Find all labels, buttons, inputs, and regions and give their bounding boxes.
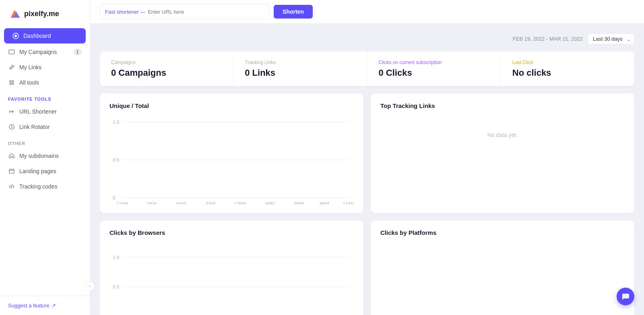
svg-text:0.5: 0.5 [113, 158, 119, 162]
external-link-icon: ↗ [52, 303, 56, 309]
svg-rect-4 [9, 50, 14, 54]
main-content: Fast shortener — Shorten FEB 19, 2022 - … [90, 0, 644, 315]
dashboard-icon [12, 32, 19, 39]
stat-last-click: Last Click No clicks [501, 52, 634, 86]
svg-text:3PM: 3PM [265, 201, 275, 204]
svg-text:9PM: 9PM [320, 201, 329, 204]
sidebar: pixelfy.me Dashboard My Campaigns 1 My L… [0, 0, 90, 315]
links-stat-label: Tracking Links [245, 60, 355, 65]
svg-text:0: 0 [113, 195, 115, 200]
suggest-feature-link[interactable]: Suggest a feature ↗ [8, 303, 82, 309]
date-filter-row: FEB 19, 2022 - MAR 21, 2022 Last 30 days [100, 33, 634, 44]
svg-text:1.0: 1.0 [113, 255, 119, 260]
campaigns-stat-value: 0 Campaigns [111, 68, 222, 78]
nav-favorite-tools: URL Shortener Link Rotator [0, 104, 90, 135]
links-icon [8, 64, 15, 71]
browsers-chart-card: Clicks by Browsers 1.0 0.5 [100, 220, 363, 315]
landing-pages-icon [8, 168, 15, 175]
chat-icon [621, 292, 630, 301]
nav-my-links[interactable]: My Links [0, 60, 90, 75]
unique-total-chart-area: 1.0 0.5 0 12AM 3AM 6AM 9AM 12PM 3PM [109, 116, 354, 204]
svg-text:12AM: 12AM [343, 201, 354, 204]
favorite-tools-label: FAVORITE TOOLS [0, 90, 90, 104]
nav-url-shortener[interactable]: URL Shortener [0, 104, 90, 119]
svg-text:9AM: 9AM [206, 201, 215, 204]
svg-point-7 [10, 83, 11, 85]
link-rotator-icon [8, 123, 15, 131]
stat-links: Tracking Links 0 Links [233, 52, 367, 86]
campaigns-stat-label: Campaigns [111, 60, 222, 65]
browsers-chart-area: 1.0 0.5 [109, 242, 354, 315]
svg-point-6 [12, 81, 14, 82]
campaigns-badge: 1 [73, 49, 82, 55]
nav-my-campaigns[interactable]: My Campaigns 1 [0, 44, 90, 60]
svg-text:6PM: 6PM [294, 201, 304, 204]
url-shortener-icon [8, 108, 15, 115]
shorten-button[interactable]: Shorten [274, 5, 313, 19]
svg-text:3AM: 3AM [147, 201, 157, 204]
top-links-no-data: No data yet. [380, 116, 625, 154]
nav-dashboard[interactable]: Dashboard [4, 28, 86, 44]
nav-tracking-codes[interactable]: Tracking codes [0, 179, 90, 194]
charts-row-2: Clicks by Browsers 1.0 0.5 Clicks by Pla… [100, 220, 634, 315]
svg-text:1.0: 1.0 [113, 120, 119, 124]
url-input[interactable] [148, 9, 264, 15]
platforms-chart-card: Clicks by Platforms [371, 220, 634, 315]
nav-all-tools[interactable]: All tools [0, 75, 90, 90]
tracking-codes-icon [8, 183, 15, 190]
subdomains-icon [8, 152, 15, 160]
svg-point-8 [12, 83, 14, 85]
last-click-stat-value: No clicks [512, 68, 623, 78]
nav-my-subdomains[interactable]: My subdomains [0, 148, 90, 164]
stat-campaigns: Campaigns 0 Campaigns [100, 52, 233, 86]
logo-icon [8, 7, 21, 20]
top-tracking-links-card: Top Tracking Links No data yet. [371, 93, 634, 213]
stats-row: Campaigns 0 Campaigns Tracking Links 0 L… [100, 52, 634, 86]
nav-link-rotator[interactable]: Link Rotator [0, 119, 90, 135]
nav-other: My subdomains Landing pages Tracking cod… [0, 148, 90, 194]
svg-text:6AM: 6AM [176, 201, 186, 204]
svg-text:0.5: 0.5 [113, 284, 119, 289]
browsers-chart-title: Clicks by Browsers [109, 229, 354, 236]
sidebar-collapse-button[interactable]: ‹ [85, 281, 95, 291]
clicks-stat-label: Clicks on current subscription [379, 60, 489, 65]
nav-main: Dashboard My Campaigns 1 My Links All to… [0, 27, 90, 90]
dashboard-content: FEB 19, 2022 - MAR 21, 2022 Last 30 days… [90, 24, 644, 315]
svg-rect-11 [9, 169, 14, 173]
date-select-wrapper: Last 30 days [588, 33, 634, 44]
logo-text: pixelfy.me [24, 10, 59, 18]
svg-text:12PM: 12PM [234, 201, 246, 204]
platforms-chart-title: Clicks by Platforms [380, 229, 625, 236]
fast-shortener-label: Fast shortener — [105, 9, 145, 15]
unique-total-chart-title: Unique / Total [109, 102, 354, 109]
url-input-wrapper: Fast shortener — [100, 4, 269, 19]
top-tracking-links-title: Top Tracking Links [380, 102, 625, 109]
date-range-select[interactable]: Last 30 days [588, 33, 634, 44]
all-tools-icon [8, 79, 15, 86]
links-stat-value: 0 Links [245, 68, 355, 78]
date-range-text: FEB 19, 2022 - MAR 21, 2022 [513, 36, 583, 42]
nav-landing-pages[interactable]: Landing pages [0, 164, 90, 179]
unique-total-svg: 1.0 0.5 0 12AM 3AM 6AM 9AM 12PM 3PM [109, 116, 354, 204]
svg-point-5 [10, 81, 11, 82]
last-click-stat-label: Last Click [512, 60, 623, 65]
unique-total-chart-card: Unique / Total 1.0 0.5 0 12AM 3AM [100, 93, 363, 213]
logo-area: pixelfy.me [0, 0, 90, 27]
browsers-svg: 1.0 0.5 [109, 242, 354, 315]
charts-row-1: Unique / Total 1.0 0.5 0 12AM 3AM [100, 93, 634, 213]
sidebar-bottom: Suggest a feature ↗ [0, 296, 90, 315]
campaigns-icon [8, 48, 15, 56]
svg-text:12AM: 12AM [116, 201, 128, 204]
clicks-stat-value: 0 Clicks [379, 68, 489, 78]
svg-point-3 [14, 35, 17, 37]
other-section-label: OTHER [0, 135, 90, 148]
topbar: Fast shortener — Shorten [90, 0, 644, 24]
stat-clicks: Clicks on current subscription 0 Clicks [367, 52, 501, 86]
chat-bubble-button[interactable] [617, 288, 634, 305]
